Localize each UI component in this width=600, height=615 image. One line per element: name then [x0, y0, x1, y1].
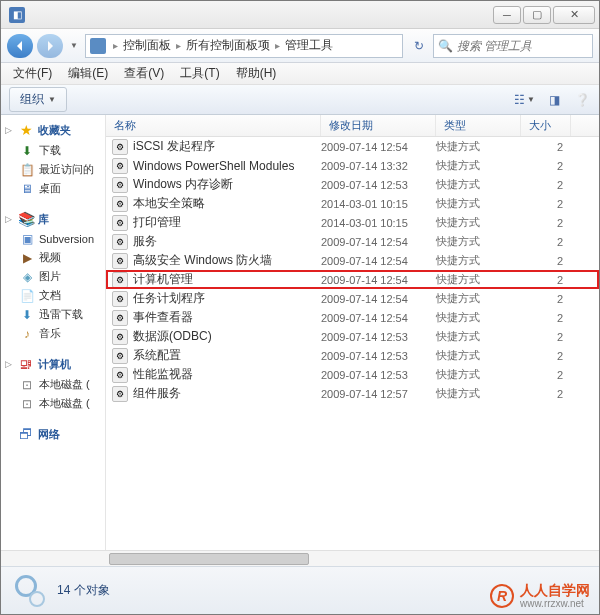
chevron-icon: ▸ [272, 40, 283, 51]
file-size: 2 [521, 198, 571, 210]
file-row[interactable]: ⚙ iSCSI 发起程序 2009-07-14 12:54 快捷方式 2 [106, 137, 599, 156]
file-size: 2 [521, 350, 571, 362]
file-size: 2 [521, 141, 571, 153]
sidebar-item[interactable]: ▣ Subversion [1, 230, 105, 248]
triangle-icon: ▷ [5, 359, 14, 369]
file-type: 快捷方式 [436, 196, 521, 211]
column-headers: 名称 修改日期 类型 大小 [106, 115, 599, 137]
file-name: 本地安全策略 [133, 195, 205, 212]
bc-control-panel[interactable]: 控制面板 [121, 37, 173, 54]
sidebar-item[interactable]: ⊡ 本地磁盘 ( [1, 394, 105, 413]
scroll-thumb[interactable] [109, 553, 309, 565]
sidebar-item[interactable]: 🖥 桌面 [1, 179, 105, 198]
menu-tools[interactable]: 工具(T) [172, 63, 227, 84]
sidebar-item[interactable]: ⊡ 本地磁盘 ( [1, 375, 105, 394]
file-name: 事件查看器 [133, 309, 193, 326]
shortcut-icon: ⚙ [112, 196, 128, 212]
sidebar-item[interactable]: ⬇ 下载 [1, 141, 105, 160]
file-row[interactable]: ⚙ 计算机管理 2009-07-14 12:54 快捷方式 2 [106, 270, 599, 289]
file-row[interactable]: ⚙ 性能监视器 2009-07-14 12:53 快捷方式 2 [106, 365, 599, 384]
maximize-button[interactable]: ▢ [523, 6, 551, 24]
col-date[interactable]: 修改日期 [321, 115, 436, 136]
file-size: 2 [521, 331, 571, 343]
sidebar-item[interactable]: ▶ 视频 [1, 248, 105, 267]
sidebar-item[interactable]: 📋 最近访问的 [1, 160, 105, 179]
item-icon: ♪ [19, 327, 35, 341]
sidebar-group-1[interactable]: ▷ 📚 库 [1, 208, 105, 230]
triangle-icon: ▷ [5, 214, 14, 224]
toolbar: 组织 ▼ ☷ ▼ ◨ ❔ [1, 85, 599, 115]
bc-all-items[interactable]: 所有控制面板项 [184, 37, 272, 54]
shortcut-icon: ⚙ [112, 291, 128, 307]
forward-button[interactable] [37, 34, 63, 58]
item-label: Subversion [39, 233, 94, 245]
sidebar-group-3[interactable]: 🗗 网络 [1, 423, 105, 445]
file-rows: ⚙ iSCSI 发起程序 2009-07-14 12:54 快捷方式 2 ⚙ W… [106, 137, 599, 550]
breadcrumb[interactable]: ▸ 控制面板 ▸ 所有控制面板项 ▸ 管理工具 [85, 34, 403, 58]
triangle-icon: ▷ [5, 125, 14, 135]
close-button[interactable]: ✕ [553, 6, 595, 24]
view-icon: ☷ [514, 93, 525, 107]
sidebar-group-0[interactable]: ▷ ★ 收藏夹 [1, 119, 105, 141]
organize-button[interactable]: 组织 ▼ [9, 87, 67, 112]
gear-icon [29, 591, 45, 607]
sidebar-item[interactable]: 📄 文档 [1, 286, 105, 305]
file-type: 快捷方式 [436, 310, 521, 325]
file-row[interactable]: ⚙ 打印管理 2014-03-01 10:15 快捷方式 2 [106, 213, 599, 232]
file-name: 性能监视器 [133, 366, 193, 383]
file-date: 2009-07-14 12:54 [321, 141, 436, 153]
menu-file[interactable]: 文件(F) [5, 63, 60, 84]
item-label: 文档 [39, 288, 61, 303]
watermark: R 人人自学网 www.rrzxw.net [490, 583, 590, 609]
horizontal-scrollbar[interactable] [1, 550, 599, 566]
group-icon: 📚 [18, 211, 34, 227]
file-row[interactable]: ⚙ 数据源(ODBC) 2009-07-14 12:53 快捷方式 2 [106, 327, 599, 346]
file-type: 快捷方式 [436, 291, 521, 306]
refresh-button[interactable]: ↻ [409, 36, 429, 56]
menu-help[interactable]: 帮助(H) [228, 63, 285, 84]
search-icon: 🔍 [438, 39, 453, 53]
col-type[interactable]: 类型 [436, 115, 521, 136]
preview-pane-button[interactable]: ◨ [545, 91, 563, 109]
file-size: 2 [521, 388, 571, 400]
group-label: 收藏夹 [38, 123, 71, 138]
file-type: 快捷方式 [436, 386, 521, 401]
sidebar-item[interactable]: ⬇ 迅雷下载 [1, 305, 105, 324]
file-row[interactable]: ⚙ 本地安全策略 2014-03-01 10:15 快捷方式 2 [106, 194, 599, 213]
file-row[interactable]: ⚙ 高级安全 Windows 防火墙 2009-07-14 12:54 快捷方式… [106, 251, 599, 270]
view-button[interactable]: ☷ ▼ [514, 93, 535, 107]
minimize-button[interactable]: ─ [493, 6, 521, 24]
sidebar-item[interactable]: ◈ 图片 [1, 267, 105, 286]
file-row[interactable]: ⚙ 任务计划程序 2009-07-14 12:54 快捷方式 2 [106, 289, 599, 308]
sidebar: ▷ ★ 收藏夹 ⬇ 下载 📋 最近访问的 🖥 桌面 ▷ 📚 库 ▣ Subver… [1, 115, 106, 550]
shortcut-icon: ⚙ [112, 367, 128, 383]
bc-admin-tools[interactable]: 管理工具 [283, 37, 335, 54]
sidebar-group-2[interactable]: ▷ 🖳 计算机 [1, 353, 105, 375]
search-input[interactable] [457, 39, 600, 53]
file-size: 2 [521, 369, 571, 381]
file-row[interactable]: ⚙ 系统配置 2009-07-14 12:53 快捷方式 2 [106, 346, 599, 365]
file-name: 服务 [133, 233, 157, 250]
menu-edit[interactable]: 编辑(E) [60, 63, 116, 84]
col-size[interactable]: 大小 [521, 115, 571, 136]
menu-view[interactable]: 查看(V) [116, 63, 172, 84]
content: ▷ ★ 收藏夹 ⬇ 下载 📋 最近访问的 🖥 桌面 ▷ 📚 库 ▣ Subver… [1, 115, 599, 550]
file-row[interactable]: ⚙ 服务 2009-07-14 12:54 快捷方式 2 [106, 232, 599, 251]
back-button[interactable] [7, 34, 33, 58]
search-bar[interactable]: 🔍 [433, 34, 593, 58]
file-row[interactable]: ⚙ 组件服务 2009-07-14 12:57 快捷方式 2 [106, 384, 599, 403]
history-dropdown[interactable]: ▼ [67, 34, 81, 58]
col-name[interactable]: 名称 [106, 115, 321, 136]
file-date: 2009-07-14 12:53 [321, 179, 436, 191]
file-row[interactable]: ⚙ Windows PowerShell Modules 2009-07-14 … [106, 156, 599, 175]
sidebar-item[interactable]: ♪ 音乐 [1, 324, 105, 343]
file-row[interactable]: ⚙ 事件查看器 2009-07-14 12:54 快捷方式 2 [106, 308, 599, 327]
shortcut-icon: ⚙ [112, 329, 128, 345]
file-row[interactable]: ⚙ Windows 内存诊断 2009-07-14 12:53 快捷方式 2 [106, 175, 599, 194]
file-type: 快捷方式 [436, 234, 521, 249]
file-date: 2009-07-14 12:54 [321, 293, 436, 305]
shortcut-icon: ⚙ [112, 158, 128, 174]
help-button[interactable]: ❔ [573, 91, 591, 109]
group-icon: ★ [18, 122, 34, 138]
item-label: 图片 [39, 269, 61, 284]
